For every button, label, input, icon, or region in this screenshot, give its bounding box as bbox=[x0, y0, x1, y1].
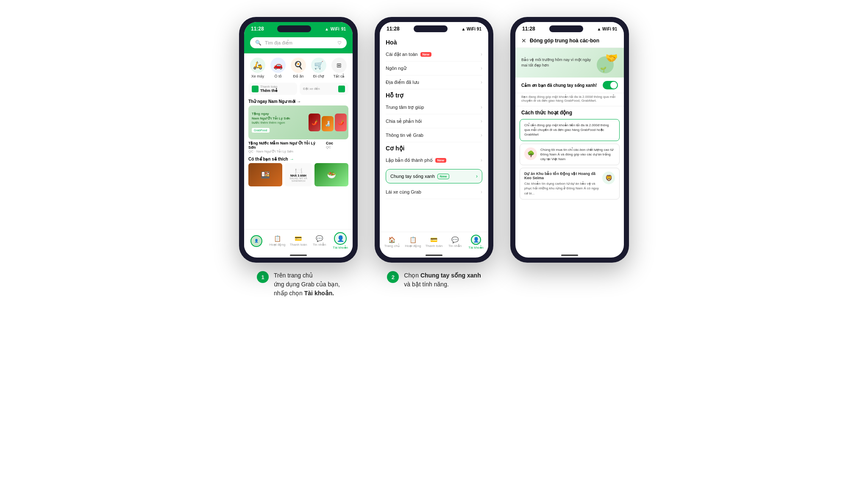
recommend-items: 🍱 🍽️ NHÀ 3 ANH SALAD, MỲ VÀ SANDWICH 🥗 bbox=[248, 163, 348, 186]
toggle-row: Cảm ơn bạn đã chung tay sống xanh! bbox=[515, 78, 624, 93]
destination-info: Đặt xe đến bbox=[303, 87, 320, 91]
heart-icon[interactable]: ♡ bbox=[337, 40, 342, 46]
card3-content: Dự án Khu bảo tồn Động vật Hoang dã Keo … bbox=[524, 172, 615, 196]
eco-graphic: 🤝 🌱 bbox=[597, 52, 618, 73]
menu-cai-dat-an-toan[interactable]: Cài đặt an toàn New › bbox=[386, 47, 482, 61]
user-avatar: 👤 bbox=[250, 235, 262, 247]
plant-icon: 🌱 bbox=[600, 67, 606, 72]
payment-card-1[interactable]: Thanh toán Thêm thẻ bbox=[248, 83, 297, 95]
recommend-item-1[interactable]: 🍱 bbox=[248, 163, 282, 186]
xe-may-label: Xe máy bbox=[251, 74, 264, 78]
hero-text: Bảo vệ môi trường hôm nay vì một ngày ma… bbox=[521, 57, 593, 68]
payment-label-2: Thanh toán bbox=[426, 244, 442, 248]
phone3-title: Đóng góp trung hoà các-bon bbox=[530, 38, 618, 44]
nav2-home[interactable]: 🏠 Trang chủ bbox=[381, 236, 403, 248]
detail-hero: Bảo vệ môi trường hôm nay vì một ngày ma… bbox=[515, 48, 624, 78]
promo-section: Thử ngay Nam Ngư mới → Tặng ngayNam Ngư … bbox=[244, 97, 353, 155]
nav-activity[interactable]: 📋 Hoạt động bbox=[267, 235, 288, 247]
card3-text: Dự án Khu bảo tồn Động vật Hoang dã Keo … bbox=[524, 172, 599, 196]
food-label-2: Coc QC bbox=[326, 141, 348, 153]
close-button[interactable]: ✕ bbox=[521, 37, 526, 44]
chevron-icon-6: › bbox=[481, 132, 482, 138]
service-tat-ca[interactable]: ⊞ Tất cả bbox=[331, 58, 347, 78]
service-do-an[interactable]: 🍳 Đồ ăn bbox=[291, 58, 306, 78]
service-xe-may[interactable]: 🛵 Xe máy bbox=[250, 58, 265, 78]
car-icon bbox=[338, 86, 345, 92]
section-title-ho-tro: Hỗ trợ bbox=[386, 92, 482, 99]
di-cho-label: Đi chợ bbox=[313, 74, 325, 78]
instruction-2: 2 Chọn Chung tay sống xanhvà bật tính nă… bbox=[387, 271, 481, 289]
new-badge-1: New bbox=[420, 52, 431, 57]
nav-account[interactable]: 👤 Tài khoản bbox=[330, 232, 351, 250]
menu-ngon-ngu[interactable]: Ngôn ngữ › bbox=[386, 61, 482, 75]
how-card-1: Chỉ cần đóng góp một khoản tiền tối đa l… bbox=[520, 119, 620, 141]
search-icon: 🔍 bbox=[255, 40, 262, 46]
menu-chia-se[interactable]: Chia sẻ phản hồi › bbox=[386, 114, 482, 128]
restaurant-icon: 🍽️ bbox=[295, 167, 302, 174]
restaurant-name: NHÀ 3 ANH bbox=[290, 174, 306, 177]
nav-payment[interactable]: 💳 Thanh toán bbox=[288, 235, 309, 247]
lap-ban-do-label: Lập bản đồ thành phố bbox=[386, 158, 433, 163]
nav-messages[interactable]: 💬 Tin nhắn bbox=[309, 235, 330, 247]
menu-thong-tin-grab[interactable]: Thông tin về Grab › bbox=[386, 128, 482, 142]
status-time-1: 11:28 bbox=[251, 26, 264, 32]
promo-banner[interactable]: Tặng ngayNam Ngư Ớt Tỏi Lý Sơnbước thêm … bbox=[248, 105, 348, 139]
instruction-number-1: 1 bbox=[257, 271, 269, 283]
search-bar[interactable]: 🔍 Tìm địa điểm ♡ bbox=[250, 37, 347, 48]
instruction-text-2: Chọn Chung tay sống xanhvà bật tính năng… bbox=[404, 271, 481, 289]
home-icon: 🏠 bbox=[388, 236, 395, 243]
dia-diem-label: Địa điểm đã lưu bbox=[386, 80, 419, 85]
activity-icon: 📋 bbox=[274, 235, 281, 242]
recommend-item-3[interactable]: 🥗 bbox=[314, 163, 348, 186]
menu-chung-tay-highlighted[interactable]: Chung tay sống xanh New › bbox=[386, 169, 482, 183]
toggle-description: Bạn đang đóng góp một khoản tối đa là 2.… bbox=[515, 93, 624, 106]
o-to-icon: 🚗 bbox=[270, 58, 286, 73]
status-bar-3: 11:28 ▲ WiFi 91 bbox=[515, 22, 624, 34]
dynamic-island-3 bbox=[549, 25, 583, 32]
service-o-to[interactable]: 🚗 Ô tô bbox=[270, 58, 286, 78]
nav2-activity[interactable]: 📋 Hoạt động bbox=[403, 236, 424, 248]
phone1-header: 🔍 Tìm địa điểm ♡ bbox=[244, 34, 353, 53]
service-di-cho[interactable]: 🛒 Đi chợ bbox=[311, 58, 326, 78]
toggle-switch[interactable] bbox=[603, 81, 618, 89]
recommend-arrow-icon[interactable]: → bbox=[290, 157, 294, 161]
o-to-label: Ô tô bbox=[274, 74, 281, 78]
menu-trung-tam[interactable]: Trung tâm trợ giúp › bbox=[386, 100, 482, 114]
messages-icon: 💬 bbox=[316, 235, 323, 242]
payment-icon-nav: 💳 bbox=[295, 235, 302, 242]
account-icon-2: 👤 bbox=[471, 235, 481, 245]
menu-lai-xe[interactable]: Lái xe cùng Grab › bbox=[386, 185, 482, 199]
toggle-knob bbox=[610, 82, 617, 89]
payment-info: Thanh toán Thêm thẻ bbox=[260, 85, 278, 93]
chevron-icon-2: › bbox=[481, 65, 482, 71]
card3-image: 🦁 bbox=[602, 172, 615, 184]
card2-content: 🌳 Chúng tôi mua tín chỉ các-bon chất lượ… bbox=[524, 147, 615, 162]
nav2-messages[interactable]: 💬 Tin nhắn bbox=[445, 236, 466, 248]
activity-label-2: Hoạt động bbox=[405, 244, 421, 248]
ngon-ngu-label: Ngôn ngữ bbox=[386, 66, 406, 71]
payment-card-2[interactable]: Đặt xe đến bbox=[300, 83, 348, 95]
menu-dia-diem-luu[interactable]: Địa điểm đã lưu › bbox=[386, 75, 482, 89]
hands-icon: 🤝 bbox=[605, 52, 618, 64]
nav2-account[interactable]: 👤 Tài khoản bbox=[465, 235, 487, 250]
food-images: 🌶️ 🍶 🌶️ bbox=[307, 112, 348, 133]
food-img-3: 🌶️ bbox=[335, 114, 347, 131]
main-container: 11:28 ▲ WiFi 91 🔍 Tìm địa điểm ♡ bbox=[0, 0, 868, 488]
recommend-title: Có thể bạn sẽ thích → bbox=[248, 157, 348, 161]
nav-avatar[interactable]: 👤 bbox=[246, 235, 267, 247]
phone3-content: Bảo vệ môi trường hôm nay vì một ngày ma… bbox=[515, 48, 624, 253]
payment-icon-2: 💳 bbox=[430, 236, 437, 243]
thong-tin-label: Thông tin về Grab bbox=[386, 133, 423, 138]
promo-title: Thử ngay Nam Ngư mới → bbox=[248, 99, 348, 104]
how-card-2: 🌳 Chúng tôi mua tín chỉ các-bon chất lượ… bbox=[520, 144, 620, 166]
instruction-1: 1 Trên trang chủứng dụng Grab của bạn,nh… bbox=[257, 271, 340, 298]
new-badge-3: New bbox=[437, 174, 449, 179]
nav2-payment[interactable]: 💳 Thanh toán bbox=[423, 236, 445, 248]
messages-icon-2: 💬 bbox=[451, 236, 459, 243]
grab-food-badge: GrabFood bbox=[252, 128, 270, 133]
bottom-nav-1: 👤 📋 Hoạt động 💳 Thanh toán 💬 Tin nhắn bbox=[244, 229, 353, 253]
menu-lap-ban-do[interactable]: Lập bản đồ thành phố New › bbox=[386, 153, 482, 167]
right-section: 11:28 ▲ WiFi 91 ✕ Đóng góp trung hoà các… bbox=[510, 17, 629, 301]
recommend-item-2[interactable]: 🍽️ NHÀ 3 ANH SALAD, MỲ VÀ SANDWICH bbox=[285, 163, 312, 186]
how-card-3: Dự án Khu bảo tồn Động vật Hoang dã Keo … bbox=[520, 168, 620, 200]
